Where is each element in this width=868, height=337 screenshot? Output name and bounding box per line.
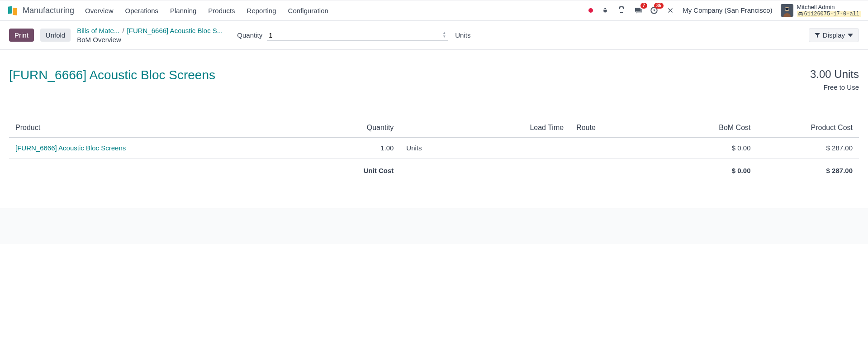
quantity-input[interactable]: [267, 30, 442, 40]
breadcrumb-bills[interactable]: Bills of Mate...: [77, 26, 119, 35]
breadcrumb-current: BoM Overview: [77, 35, 223, 44]
app-icon[interactable]: [7, 5, 18, 16]
recording-dot-icon[interactable]: [588, 8, 593, 13]
activities-badge: 35: [654, 3, 664, 9]
cell-bom-cost: $ 0.00: [655, 138, 757, 159]
svg-rect-0: [8, 6, 12, 14]
report-quantity: 3.00 Units: [810, 68, 859, 81]
col-quantity: Quantity: [332, 118, 400, 138]
report-body: [FURN_6666] Acoustic Bloc Screens 3.00 U…: [0, 50, 868, 190]
nav-operations[interactable]: Operations: [125, 7, 158, 14]
quantity-unit: Units: [455, 31, 470, 39]
breadcrumb: Bills of Mate... / [FURN_6666] Acoustic …: [77, 26, 223, 44]
report-header: [FURN_6666] Acoustic Bloc Screens 3.00 U…: [9, 68, 859, 91]
col-uom: [400, 118, 485, 138]
cell-route: [570, 138, 655, 159]
svg-point-7: [788, 9, 789, 10]
display-button[interactable]: Display: [809, 28, 859, 42]
cell-quantity: 1.00: [332, 138, 400, 159]
nav-products[interactable]: Products: [208, 7, 235, 14]
col-product: Product: [9, 118, 332, 138]
top-nav: Manufacturing Overview Operations Planni…: [0, 0, 868, 21]
nav-menu: Overview Operations Planning Products Re…: [85, 7, 328, 14]
systray: 7 35 My Company (San Francisco) Mitchell…: [588, 4, 861, 17]
footer-space: [0, 208, 868, 244]
chevron-down-icon[interactable]: ▼: [442, 35, 446, 39]
nav-reporting[interactable]: Reporting: [247, 7, 276, 14]
phone-icon[interactable]: [617, 6, 626, 14]
col-route: Route: [570, 118, 655, 138]
svg-point-8: [799, 12, 802, 13]
control-panel: Print Unfold Bills of Mate... / [FURN_66…: [0, 21, 868, 50]
cell-uom: Units: [400, 138, 485, 159]
report-subtitle: Free to Use: [810, 83, 859, 91]
col-lead: Lead Time: [485, 118, 570, 138]
nav-configuration[interactable]: Configuration: [288, 7, 328, 14]
quantity-stepper[interactable]: ▲ ▼: [442, 31, 446, 39]
quantity-group: Quantity ▲ ▼ Units: [237, 30, 470, 41]
col-bom-cost: BoM Cost: [655, 118, 757, 138]
footer-bom-cost: $ 0.00: [655, 159, 757, 181]
messages-badge: 7: [640, 3, 648, 9]
clock-icon[interactable]: 35: [650, 6, 658, 14]
print-button[interactable]: Print: [9, 29, 34, 42]
company-switcher[interactable]: My Company (San Francisco): [683, 6, 772, 14]
unfold-button[interactable]: Unfold: [40, 29, 71, 42]
user-name: Mitchell Admin: [797, 4, 861, 11]
user-text: Mitchell Admin 61126075-17-0-all: [797, 4, 861, 17]
product-link[interactable]: [FURN_6666] Acoustic Bloc Screens: [15, 144, 126, 152]
caret-down-icon: [848, 33, 853, 38]
messages-icon[interactable]: 7: [634, 6, 642, 14]
svg-rect-1: [13, 8, 17, 15]
col-product-cost: Product Cost: [757, 118, 859, 138]
footer-label: Unit Cost: [332, 159, 400, 181]
bom-table: Product Quantity Lead Time Route BoM Cos…: [9, 118, 859, 181]
user-db: 61126075-17-0-all: [797, 11, 861, 17]
bug-icon[interactable]: [601, 6, 609, 14]
report-title: [FURN_6666] Acoustic Bloc Screens: [9, 68, 215, 82]
database-icon: [798, 12, 803, 16]
app-title[interactable]: Manufacturing: [23, 6, 74, 15]
breadcrumb-product[interactable]: [FURN_6666] Acoustic Bloc S...: [127, 26, 223, 35]
quantity-label: Quantity: [237, 31, 262, 39]
footer-prod-cost: $ 287.00: [757, 159, 859, 181]
breadcrumb-sep: /: [122, 26, 124, 35]
tools-icon[interactable]: [666, 6, 674, 14]
filter-icon: [815, 33, 820, 38]
nav-overview[interactable]: Overview: [85, 7, 114, 14]
avatar: [781, 4, 793, 17]
user-menu[interactable]: Mitchell Admin 61126075-17-0-all: [781, 4, 861, 17]
table-row: [FURN_6666] Acoustic Bloc Screens 1.00 U…: [9, 138, 859, 159]
table-footer: Unit Cost $ 0.00 $ 287.00: [9, 159, 859, 181]
nav-planning[interactable]: Planning: [170, 7, 196, 14]
svg-point-6: [785, 9, 786, 10]
cell-lead: [485, 138, 570, 159]
cell-prod-cost: $ 287.00: [757, 138, 859, 159]
